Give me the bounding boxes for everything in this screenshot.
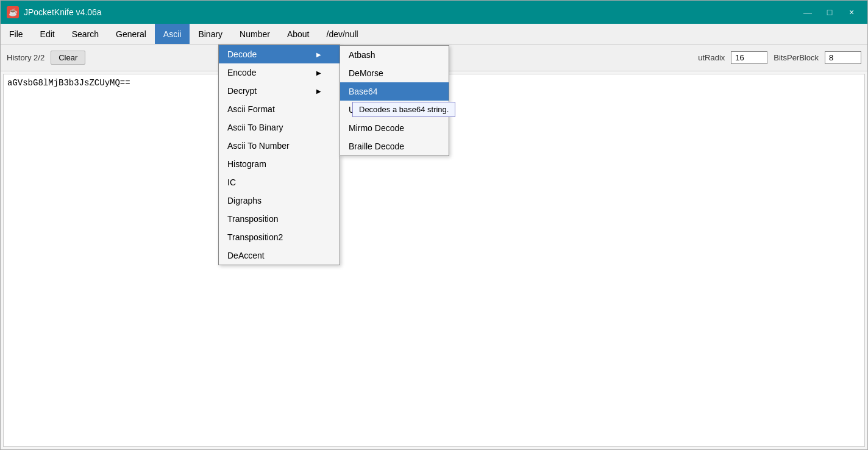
menu-histogram[interactable]: Histogram <box>219 155 340 173</box>
window-title: JPocketKnife v4.06a <box>24 7 102 17</box>
submenu-atbash[interactable]: Atbash <box>340 46 449 64</box>
menu-ascii-to-binary[interactable]: Ascii To Binary <box>219 118 340 137</box>
menu-ascii-format[interactable]: Ascii Format <box>219 100 340 118</box>
menu-ascii-to-number[interactable]: Ascii To Number <box>219 137 340 155</box>
menu-ascii[interactable]: Ascii <box>155 24 190 44</box>
title-bar: ☕ JPocketKnife v4.06a — □ × <box>1 1 867 24</box>
ascii-dropdown: Decode ▶ Atbash DeMorse Base64 Decodes a… <box>218 45 340 265</box>
encode-arrow-icon: ▶ <box>316 70 321 76</box>
menu-ic[interactable]: IC <box>219 173 340 191</box>
menu-general[interactable]: General <box>107 24 155 44</box>
menu-decrypt[interactable]: Decrypt ▶ <box>219 82 340 100</box>
menu-encode[interactable]: Encode ▶ <box>219 63 340 82</box>
output-radix-label: utRadix <box>698 53 725 62</box>
menu-transposition2[interactable]: Transposition2 <box>219 228 340 246</box>
output-radix-input[interactable] <box>731 51 767 64</box>
submenu-demorse[interactable]: DeMorse <box>340 64 449 82</box>
history-label: History 2/2 <box>7 53 44 62</box>
window-controls: — □ × <box>798 5 861 20</box>
menu-transposition[interactable]: Transposition <box>219 210 340 228</box>
close-button[interactable]: × <box>842 5 861 20</box>
menu-decode[interactable]: Decode ▶ Atbash DeMorse Base64 Decodes a… <box>219 45 340 63</box>
clear-button[interactable]: Clear <box>51 51 85 65</box>
bits-per-block-label: BitsPerBlock <box>774 53 819 62</box>
title-bar-left: ☕ JPocketKnife v4.06a <box>7 6 102 18</box>
menu-about[interactable]: About <box>279 24 318 44</box>
menu-file[interactable]: File <box>1 24 32 44</box>
decode-arrow-icon: ▶ <box>316 51 321 58</box>
menu-edit[interactable]: Edit <box>32 24 63 44</box>
ascii-menu: Decode ▶ Atbash DeMorse Base64 Decodes a… <box>218 45 340 265</box>
menu-deaccent[interactable]: DeAccent <box>219 246 340 265</box>
main-text: aGVsbG8lMjB3b3JsZCUyMQ== <box>7 78 130 88</box>
submenu-mirmo-decode[interactable]: Mirmo Decode <box>340 119 449 137</box>
submenu-base64[interactable]: Base64 Decodes a base64 string. <box>340 82 449 101</box>
bits-per-block-input[interactable] <box>825 51 861 64</box>
menu-number[interactable]: Number <box>231 24 279 44</box>
base64-tooltip: Decodes a base64 string. <box>352 102 455 117</box>
menu-bar: File Edit Search General Ascii Binary Nu… <box>1 24 867 45</box>
menu-binary[interactable]: Binary <box>190 24 231 44</box>
minimize-button[interactable]: — <box>798 5 817 20</box>
submenu-braille-decode[interactable]: Braille Decode <box>340 137 449 155</box>
app-icon: ☕ <box>7 6 19 18</box>
decode-submenu: Atbash DeMorse Base64 Decodes a base64 s… <box>340 45 449 156</box>
decrypt-arrow-icon: ▶ <box>316 88 321 95</box>
main-window: ☕ JPocketKnife v4.06a — □ × File Edit Se… <box>0 0 868 450</box>
menu-devnull[interactable]: /dev/null <box>318 24 367 44</box>
maximize-button[interactable]: □ <box>820 5 839 20</box>
menu-digraphs[interactable]: Digraphs <box>219 191 340 210</box>
menu-search[interactable]: Search <box>63 24 107 44</box>
